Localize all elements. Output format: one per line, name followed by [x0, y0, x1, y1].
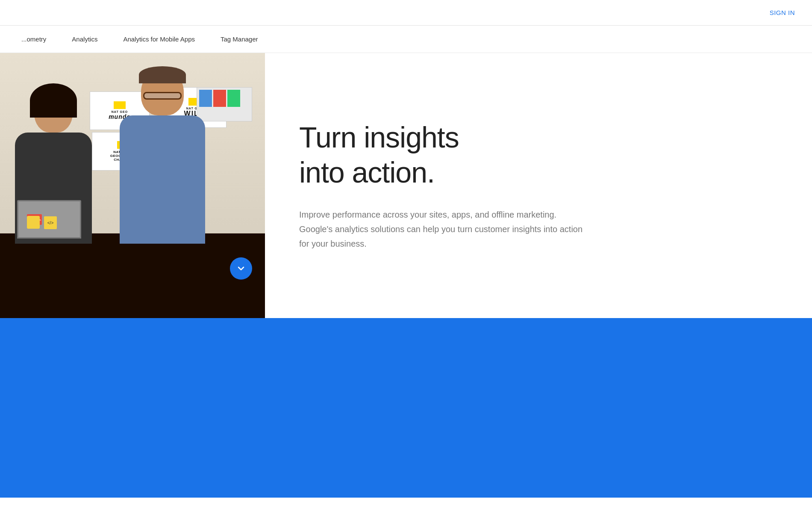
hero-text-section: Turn insights into action. Improve perfo…: [265, 53, 812, 318]
figure-female-head: [34, 86, 73, 133]
laptop: get it done. </>: [17, 200, 81, 239]
hero-heading-line2: into action.: [299, 156, 435, 189]
nav-item-analytics-mobile[interactable]: Analytics for Mobile Apps: [110, 26, 208, 53]
hero-section: NAT GEO mundo NAT GEO WILD NATIONAL GEOG…: [0, 53, 812, 318]
hero-description: Improve performance across your sites, a…: [299, 207, 590, 251]
figure-male-body: [120, 115, 205, 244]
sign-in-link[interactable]: SIGN IN: [770, 9, 795, 16]
blue-section: [0, 318, 812, 498]
figure-male-hair: [139, 66, 186, 83]
postit-red: [213, 90, 226, 107]
nav-item-tag-manager[interactable]: Tag Manager: [208, 26, 271, 53]
laptop-sticker-yellow: [27, 216, 40, 229]
nav-item-geometry[interactable]: ...ometry: [9, 26, 59, 53]
nav-bar: ...ometry Analytics Analytics for Mobile…: [0, 26, 812, 53]
chevron-down-icon: [236, 263, 246, 274]
photo-canvas: NAT GEO mundo NAT GEO WILD NATIONAL GEOG…: [0, 53, 265, 318]
top-bar: SIGN IN: [0, 0, 812, 26]
figure-female-hair: [30, 83, 77, 118]
hero-image: NAT GEO mundo NAT GEO WILD NATIONAL GEOG…: [0, 53, 265, 318]
hero-heading-line1: Turn insights: [299, 121, 459, 153]
postit-green: [227, 90, 240, 107]
glasses: [143, 92, 182, 100]
figure-male-head: [141, 68, 184, 115]
figure-male: [111, 68, 214, 244]
table-surface: [0, 233, 265, 318]
scroll-down-button[interactable]: [230, 257, 252, 280]
nav-item-analytics[interactable]: Analytics: [59, 26, 110, 53]
hero-heading: Turn insights into action.: [299, 120, 778, 190]
